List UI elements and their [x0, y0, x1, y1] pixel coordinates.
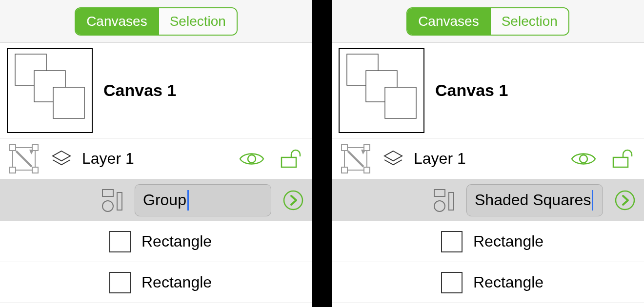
tab-canvases[interactable]: Canvases	[407, 8, 490, 35]
svg-point-31	[434, 201, 445, 211]
svg-rect-30	[434, 190, 445, 196]
group-name-input[interactable]: Group	[135, 184, 271, 216]
unlock-icon	[280, 149, 302, 169]
svg-rect-25	[342, 167, 347, 173]
svg-rect-24	[364, 145, 370, 151]
canvas-row[interactable]: Canvas 1	[0, 43, 312, 138]
layers-stack-icon	[382, 149, 404, 169]
svg-point-28	[580, 155, 587, 163]
tab-selection[interactable]: Selection	[490, 8, 568, 35]
lock-toggle[interactable]	[608, 149, 637, 169]
svg-rect-3	[53, 87, 84, 118]
group-disclosure-button[interactable]	[613, 190, 637, 211]
group-name-text: Group	[143, 191, 186, 209]
rectangle-thumb-icon	[441, 231, 463, 252]
object-label: Rectangle	[473, 273, 543, 291]
group-name-input[interactable]: Shaded Squares	[466, 184, 603, 216]
group-icon	[428, 188, 460, 213]
visibility-toggle[interactable]	[237, 150, 266, 168]
segmented-header: Canvases Selection	[332, 0, 644, 43]
svg-rect-12	[282, 157, 296, 167]
svg-rect-29	[613, 157, 628, 167]
canvas-thumbnail-icon	[7, 48, 93, 133]
chevron-right-icon	[283, 190, 303, 211]
text-caret	[187, 190, 189, 211]
object-label: Rectangle	[141, 273, 212, 291]
svg-point-14	[102, 201, 113, 211]
layer-label: Layer 1	[414, 150, 559, 168]
unlock-icon	[611, 149, 634, 169]
svg-rect-23	[342, 145, 347, 151]
svg-marker-27	[384, 151, 402, 161]
svg-point-11	[248, 155, 256, 163]
group-icon	[97, 188, 128, 213]
svg-line-22	[348, 151, 363, 167]
object-row[interactable]: Rectangle	[0, 262, 312, 303]
layer-row[interactable]: Layer 1	[0, 138, 312, 179]
chevron-right-icon	[615, 190, 635, 211]
object-row[interactable]: Rectangle	[0, 221, 312, 262]
object-row[interactable]: Rectangle	[332, 221, 644, 262]
lock-toggle[interactable]	[276, 149, 305, 169]
layer-row[interactable]: Layer 1	[332, 138, 644, 179]
group-disclosure-button[interactable]	[281, 190, 305, 211]
rectangle-thumb-icon	[109, 231, 131, 252]
panel-right: Canvases Selection Canvas 1	[332, 0, 644, 307]
layers-stack-icon	[51, 149, 72, 169]
group-name-text: Shaded Squares	[475, 191, 591, 209]
visibility-toggle[interactable]	[569, 150, 598, 168]
svg-rect-20	[385, 87, 416, 118]
text-caret	[592, 190, 593, 211]
svg-marker-10	[53, 151, 70, 161]
rectangle-thumb-icon	[109, 272, 131, 293]
object-label: Rectangle	[473, 232, 543, 250]
eye-icon	[571, 150, 596, 168]
tab-canvases[interactable]: Canvases	[76, 8, 158, 35]
svg-point-33	[616, 191, 634, 210]
svg-line-5	[16, 151, 32, 167]
svg-rect-6	[10, 145, 16, 151]
group-row[interactable]: Group	[0, 179, 312, 221]
canvas-thumbnail-icon	[339, 48, 424, 133]
canvas-row[interactable]: Canvas 1	[332, 43, 644, 138]
eye-icon	[239, 150, 264, 168]
layer-bounds-icon	[7, 144, 41, 173]
segmented-control: Canvases Selection	[75, 7, 238, 36]
segmented-header: Canvases Selection	[0, 0, 312, 43]
svg-rect-26	[364, 167, 370, 173]
layer-label: Layer 1	[82, 150, 227, 168]
object-label: Rectangle	[141, 232, 212, 250]
rectangle-thumb-icon	[441, 272, 463, 293]
svg-rect-32	[449, 192, 454, 210]
object-row[interactable]: Rectangle	[332, 262, 644, 303]
tab-selection[interactable]: Selection	[158, 8, 237, 35]
svg-rect-15	[117, 192, 122, 210]
segmented-control: Canvases Selection	[406, 7, 569, 36]
canvas-title: Canvas 1	[103, 81, 176, 100]
canvas-title: Canvas 1	[435, 81, 508, 100]
layer-bounds-icon	[339, 144, 373, 173]
panel-left: Canvases Selection Canvas 1	[0, 0, 312, 307]
svg-rect-8	[10, 167, 16, 173]
svg-rect-9	[32, 167, 38, 173]
svg-point-16	[284, 191, 302, 210]
group-row[interactable]: Shaded Squares	[332, 179, 644, 221]
svg-rect-13	[102, 190, 113, 196]
svg-rect-7	[32, 145, 38, 151]
